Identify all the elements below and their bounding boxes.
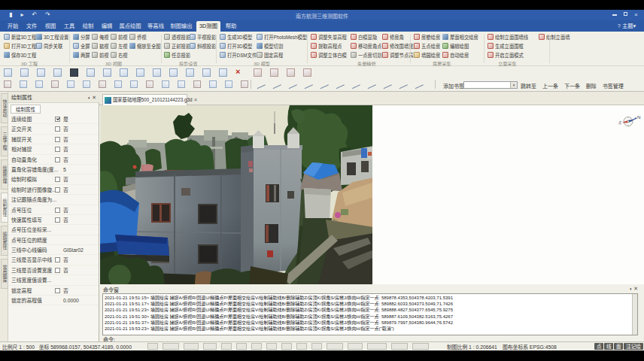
svg-text:N: N xyxy=(637,115,640,120)
svg-text:94: 94 xyxy=(618,120,622,126)
